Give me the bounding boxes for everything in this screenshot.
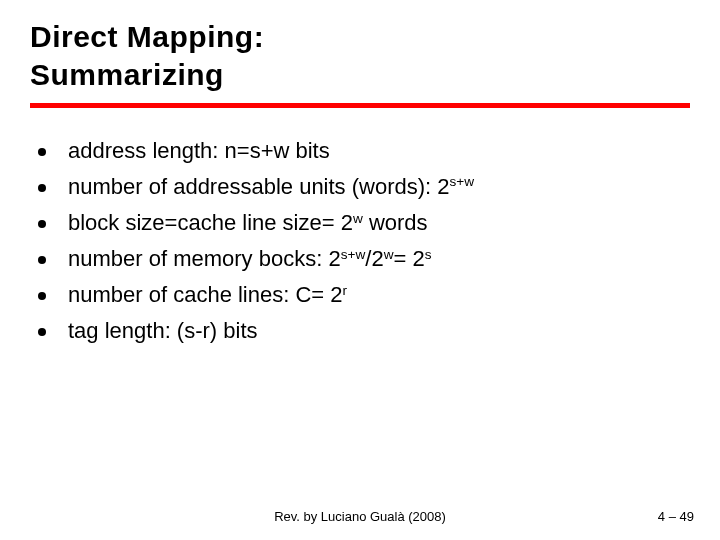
footer-page-number: 4 – 49 — [658, 509, 694, 524]
bullet-text: tag length: (s-r) bits — [68, 314, 258, 348]
bullet-list: address length: n=s+w bits number of add… — [30, 134, 690, 349]
list-item: address length: n=s+w bits — [38, 134, 690, 168]
bullet-text: block size=cache line size= 2w words — [68, 206, 428, 240]
bullet-text: address length: n=s+w bits — [68, 134, 330, 168]
bullet-icon — [38, 328, 46, 336]
list-item: block size=cache line size= 2w words — [38, 206, 690, 240]
slide-title: Direct Mapping: Summarizing — [30, 18, 690, 93]
bullet-icon — [38, 256, 46, 264]
bullet-text: number of addressable units (words): 2s+… — [68, 170, 474, 204]
title-line-2: Summarizing — [30, 58, 224, 91]
horizontal-rule — [30, 103, 690, 108]
title-line-1: Direct Mapping: — [30, 20, 264, 53]
bullet-icon — [38, 184, 46, 192]
bullet-text: number of memory bocks: 2s+w/2w= 2s — [68, 242, 432, 276]
list-item: number of addressable units (words): 2s+… — [38, 170, 690, 204]
bullet-icon — [38, 148, 46, 156]
footer-attribution: Rev. by Luciano Gualà (2008) — [0, 509, 720, 524]
list-item: number of memory bocks: 2s+w/2w= 2s — [38, 242, 690, 276]
bullet-icon — [38, 292, 46, 300]
bullet-text: number of cache lines: C= 2r — [68, 278, 347, 312]
list-item: number of cache lines: C= 2r — [38, 278, 690, 312]
list-item: tag length: (s-r) bits — [38, 314, 690, 348]
bullet-icon — [38, 220, 46, 228]
